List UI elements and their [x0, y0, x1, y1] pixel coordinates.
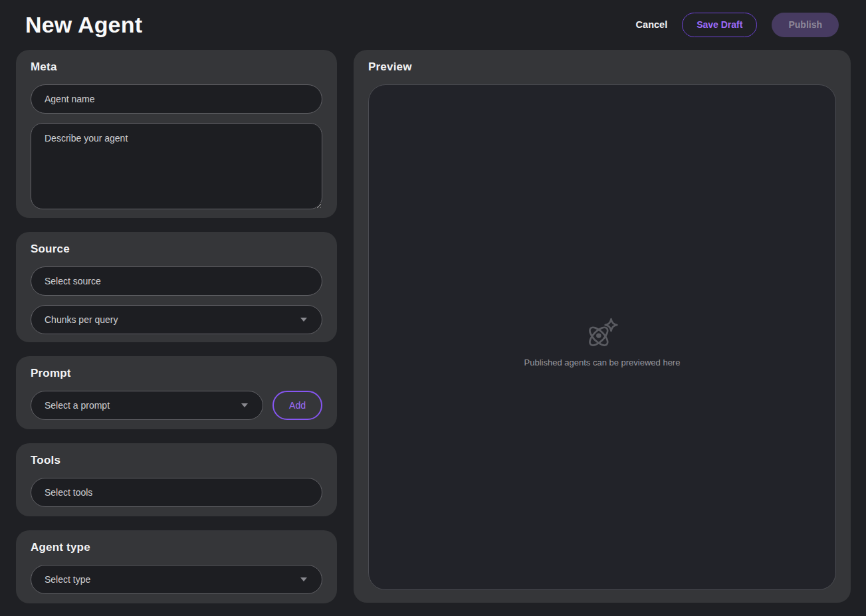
publish-button[interactable]: Publish [772, 13, 839, 37]
agent-type-section-title: Agent type [31, 541, 322, 554]
chevron-down-icon [300, 577, 307, 581]
agent-form-column: Meta Source Chunks per query Prompt Sele… [16, 50, 337, 599]
preview-section-title: Preview [368, 60, 836, 74]
prompt-row: Select a prompt Add [31, 391, 322, 420]
prompt-section-title: Prompt [31, 367, 322, 380]
chevron-down-icon [241, 403, 248, 407]
chunks-per-query-value: Chunks per query [45, 314, 118, 325]
atom-sparkle-icon [584, 316, 620, 352]
select-type-select[interactable]: Select type [31, 565, 322, 594]
cancel-button[interactable]: Cancel [636, 19, 668, 30]
tools-card: Tools [16, 443, 337, 516]
source-section-title: Source [31, 243, 322, 256]
source-card: Source Chunks per query [16, 232, 337, 342]
agent-type-card: Agent type Select type [16, 530, 337, 603]
agent-name-input[interactable] [31, 84, 322, 114]
save-draft-button[interactable]: Save Draft [682, 13, 757, 37]
select-tools-input[interactable] [31, 478, 322, 507]
chunks-per-query-select[interactable]: Chunks per query [31, 305, 322, 334]
prompt-card: Prompt Select a prompt Add [16, 356, 337, 429]
preview-card: Preview Published agents can be previewe… [354, 50, 851, 603]
select-source-input[interactable] [31, 266, 322, 296]
preview-empty-state: Published agents can be previewed here [524, 316, 681, 367]
select-prompt-select[interactable]: Select a prompt [31, 391, 263, 420]
agent-description-textarea[interactable] [31, 123, 322, 209]
page-title: New Agent [25, 12, 142, 38]
select-type-value: Select type [45, 574, 90, 585]
topbar: New Agent Cancel Save Draft Publish [0, 0, 866, 45]
preview-panel: Published agents can be previewed here [368, 84, 836, 590]
meta-section-title: Meta [31, 60, 322, 74]
chevron-down-icon [300, 318, 307, 322]
main-content: Meta Source Chunks per query Prompt Sele… [0, 45, 866, 611]
select-prompt-value: Select a prompt [45, 400, 110, 411]
topbar-actions: Cancel Save Draft Publish [636, 13, 839, 37]
add-prompt-button[interactable]: Add [272, 391, 322, 420]
preview-empty-message: Published agents can be previewed here [524, 358, 681, 367]
meta-card: Meta [16, 50, 337, 218]
tools-section-title: Tools [31, 454, 322, 467]
